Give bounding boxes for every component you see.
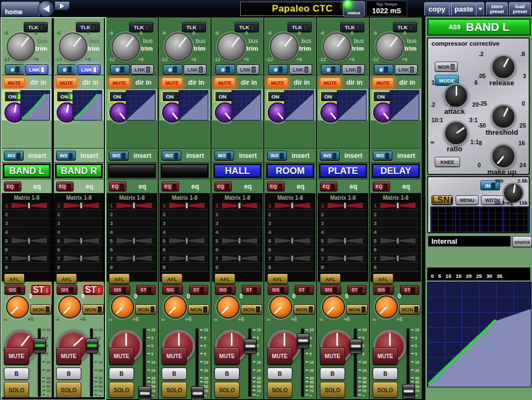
aux-level-knob[interactable]	[322, 295, 345, 319]
fader-cap[interactable]	[86, 338, 98, 353]
matrix-row-5[interactable]: 5	[55, 237, 103, 245]
solo-button[interactable]: SOLO	[109, 382, 134, 398]
matrix-row-6[interactable]: 6	[3, 245, 51, 254]
matrix-row-2[interactable]: 2	[266, 210, 314, 219]
fader-cap[interactable]	[402, 384, 415, 399]
back-arrow-button[interactable]	[38, 1, 54, 17]
channel-mute-button[interactable]: MUTE	[214, 347, 240, 365]
mute-button[interactable]: MUTE	[162, 78, 182, 88]
matrix-row-6[interactable]: 6	[108, 245, 156, 254]
mor-button[interactable]: MOR	[435, 62, 458, 72]
matrix-row-2[interactable]: 2	[55, 210, 103, 219]
matrix-row-8[interactable]: 8	[266, 263, 314, 272]
link-button[interactable]: LNK	[342, 64, 365, 75]
eq-button[interactable]: EQ	[214, 182, 232, 191]
channel-name-display[interactable]: DELAY	[372, 163, 420, 178]
sis-button[interactable]: SIS	[109, 285, 130, 295]
phase-button[interactable]: ø	[57, 64, 77, 75]
matrix-row-1[interactable]: 1	[372, 201, 420, 210]
matrix-row-8[interactable]: 8	[213, 263, 262, 272]
fader-cap[interactable]	[244, 339, 257, 354]
b-button[interactable]: B	[214, 368, 240, 380]
channel-fader[interactable]: 10505102030405070∞	[35, 328, 52, 397]
matrix-row-6[interactable]: 6	[319, 245, 367, 254]
bus-trim-knob[interactable]	[112, 32, 140, 61]
matrix-row-4[interactable]: 4	[372, 228, 420, 237]
b-button[interactable]: B	[162, 368, 187, 380]
st-button[interactable]: ST	[84, 285, 103, 295]
matrix-row-2[interactable]: 2	[160, 210, 209, 219]
aux-level-knob[interactable]	[164, 295, 187, 319]
fader-cap[interactable]	[191, 386, 204, 400]
mon-button[interactable]: MON	[293, 304, 315, 315]
insert-button[interactable]: INS	[4, 151, 24, 161]
matrix-row-5[interactable]: 5	[213, 237, 262, 245]
channel-name-display[interactable]: HALL	[213, 163, 262, 178]
matrix-row-2[interactable]: 2	[372, 210, 420, 219]
eq-button[interactable]: EQ	[320, 182, 337, 191]
matrix-row-3[interactable]: 3	[266, 219, 314, 228]
matrix-row-7[interactable]: 7	[3, 254, 51, 263]
solo-button[interactable]: SOLO	[4, 382, 29, 398]
channel-mute-button[interactable]: MUTE	[56, 347, 81, 365]
knee-button[interactable]: KNEE	[435, 157, 460, 167]
aux-level-knob[interactable]	[269, 295, 292, 319]
link-button[interactable]: LNK	[236, 64, 259, 75]
matrix-row-3[interactable]: 3	[160, 219, 209, 228]
channel-name-display[interactable]: BAND R	[55, 163, 103, 178]
channel-name-display[interactable]	[108, 163, 156, 178]
bus-trim-knob[interactable]	[164, 32, 193, 61]
b-button[interactable]: B	[320, 368, 345, 380]
matrix-row-6[interactable]: 6	[372, 245, 420, 254]
solo-button[interactable]: SOLO	[267, 382, 292, 398]
link-button[interactable]: LNK	[184, 64, 207, 75]
insert-button[interactable]: INS	[320, 151, 340, 161]
solo-button[interactable]: SOLO	[320, 382, 345, 398]
matrix-row-1[interactable]: 1	[108, 201, 156, 210]
matrix-row-7[interactable]: 7	[266, 254, 314, 263]
channel-name-display[interactable]: ROOM	[266, 163, 314, 178]
eq-button[interactable]: EQ	[373, 182, 390, 191]
status-button[interactable]: status	[343, 1, 365, 17]
source-button[interactable]: source	[512, 236, 532, 248]
mon-button[interactable]: MON	[30, 304, 52, 315]
channel-fader[interactable]: 10505102030405070∞	[298, 328, 315, 397]
release-knob[interactable]	[491, 54, 516, 80]
b-button[interactable]: B	[4, 368, 29, 380]
paste-dropdown-button[interactable]	[476, 2, 484, 16]
fader-cap[interactable]	[34, 338, 46, 353]
phase-button[interactable]: ø	[268, 64, 288, 75]
channel-mute-button[interactable]: MUTE	[373, 347, 398, 365]
b-button[interactable]: B	[109, 368, 134, 380]
sis-button[interactable]: SIS	[320, 285, 341, 295]
matrix-row-4[interactable]: 4	[266, 228, 314, 237]
eq-button[interactable]: EQ	[109, 182, 126, 191]
matrix-row-1[interactable]: 1	[213, 201, 262, 210]
sis-button[interactable]: SIS	[268, 285, 289, 295]
phase-button[interactable]: ø	[110, 64, 130, 75]
eq-button[interactable]: EQ	[267, 182, 285, 191]
matrix-row-3[interactable]: 3	[213, 219, 262, 228]
aux-level-knob[interactable]	[111, 295, 134, 319]
channel-fader[interactable]: 10505102030405070∞	[245, 328, 263, 397]
insert-button[interactable]: INS	[56, 151, 76, 161]
sis-button[interactable]: SIS	[57, 285, 77, 295]
fader-cap[interactable]	[297, 333, 309, 348]
matrix-row-8[interactable]: 8	[108, 263, 156, 272]
mute-button[interactable]: MUTE	[214, 78, 235, 88]
matrix-row-5[interactable]: 5	[160, 237, 209, 245]
mute-button[interactable]: MUTE	[320, 78, 341, 88]
b-button[interactable]: B	[267, 368, 292, 380]
tap-tempo[interactable]: Tap Tempo 1022 mS	[366, 1, 407, 17]
st-button[interactable]: ST	[295, 285, 314, 295]
fader-cap[interactable]	[350, 339, 362, 354]
bus-trim-knob[interactable]	[270, 32, 298, 61]
phase-button[interactable]: ø	[374, 64, 394, 75]
home-button[interactable]: home	[1, 2, 40, 18]
st-button[interactable]: ST	[136, 285, 156, 295]
matrix-row-1[interactable]: 1	[266, 201, 314, 210]
sis-button[interactable]: SIS	[373, 285, 394, 295]
listen-button[interactable]: LSN	[431, 195, 453, 205]
matrix-row-4[interactable]: 4	[55, 228, 103, 237]
matrix-row-7[interactable]: 7	[213, 254, 262, 263]
